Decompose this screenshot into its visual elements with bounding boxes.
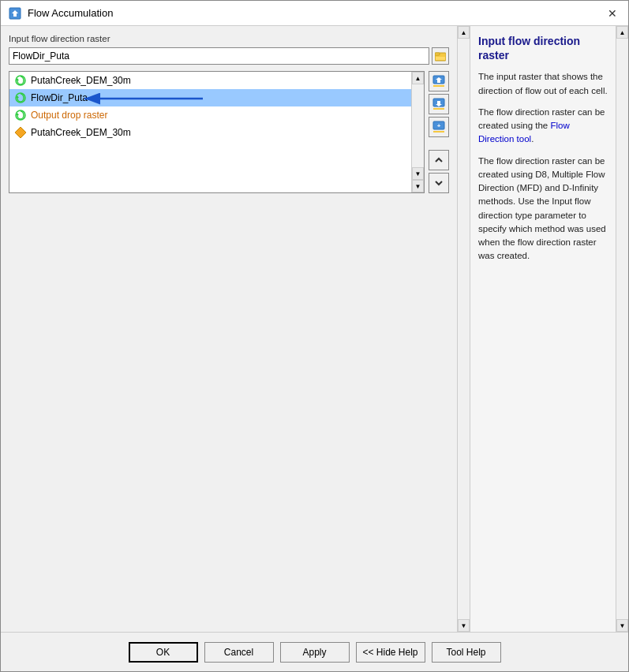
diamond-icon bbox=[14, 126, 27, 139]
list-item[interactable]: PutahCreek_DEM_30m bbox=[9, 72, 411, 89]
flow-direction-link[interactable]: Flow Direction tool bbox=[478, 121, 570, 144]
toolbar-btn-5[interactable] bbox=[429, 173, 449, 193]
list-item-text-selected: FlowDir_Puta bbox=[31, 92, 88, 103]
toolbar-btn-3[interactable]: + bbox=[429, 117, 449, 137]
right-panel-para-1: The input raster that shows the directio… bbox=[478, 70, 608, 98]
svg-rect-16 bbox=[433, 108, 444, 110]
raster-icon-1 bbox=[14, 74, 27, 87]
right-scroll-down[interactable]: ▼ bbox=[616, 619, 628, 632]
app-icon bbox=[9, 7, 21, 20]
input-label: Input flow direction raster bbox=[9, 34, 449, 43]
svg-text:+: + bbox=[437, 122, 441, 129]
chevron-down-icon bbox=[434, 178, 444, 188]
toolbar-icon-2 bbox=[432, 98, 445, 110]
toolbar-icon-3: + bbox=[432, 121, 445, 133]
middle-section: PutahCreek_DEM_30m FlowDir_Puta bbox=[9, 71, 449, 193]
footer: OK Cancel Apply << Hide Help Tool Help bbox=[1, 632, 628, 671]
scroll-down2[interactable]: ▼ bbox=[412, 180, 424, 192]
right-panel-para-3: The flow direction raster can be created… bbox=[478, 155, 608, 263]
dropdown-row: FlowDir_Puta bbox=[9, 47, 449, 65]
toolbar-btn-4[interactable] bbox=[429, 150, 449, 170]
left-panel: Input flow direction raster FlowDir_Puta bbox=[1, 26, 457, 632]
scroll-up[interactable]: ▲ bbox=[412, 72, 424, 84]
right-scroll-up[interactable]: ▲ bbox=[616, 26, 628, 39]
hide-help-button[interactable]: << Hide Help bbox=[356, 642, 425, 663]
dialog-title: Flow Accumulation bbox=[28, 7, 113, 19]
right-panel: Input flow direction raster The input ra… bbox=[470, 26, 616, 632]
list-item-putah2-text: PutahCreek_DEM_30m bbox=[31, 127, 131, 138]
main-content: Input flow direction raster FlowDir_Puta bbox=[1, 26, 628, 632]
toolbar-buttons: + bbox=[429, 71, 449, 193]
label-icon bbox=[14, 109, 27, 121]
right-panel-para-2: The flow direction raster can be created… bbox=[478, 106, 608, 147]
list-item-selected[interactable]: FlowDir_Puta bbox=[9, 89, 411, 106]
list-content: PutahCreek_DEM_30m FlowDir_Puta bbox=[9, 72, 411, 192]
right-panel-scrollbar: ▲ ▼ bbox=[616, 26, 628, 632]
list-with-scroll: PutahCreek_DEM_30m FlowDir_Puta bbox=[9, 71, 425, 193]
svg-marker-12 bbox=[15, 127, 26, 138]
scroll-down[interactable]: ▼ bbox=[412, 167, 424, 180]
list-scrollbar: ▲ ▼ ▼ bbox=[411, 72, 424, 192]
title-bar-left: Flow Accumulation bbox=[9, 7, 113, 20]
svg-rect-2 bbox=[435, 53, 440, 55]
right-panel-title: Input flow direction raster bbox=[478, 34, 608, 62]
toolbar-icon-1 bbox=[432, 75, 445, 88]
apply-button[interactable]: Apply bbox=[280, 642, 350, 663]
arrow-svg bbox=[80, 87, 207, 110]
dialog-window: Flow Accumulation ✕ Input flow direction… bbox=[0, 0, 629, 672]
tool-help-button[interactable]: Tool Help bbox=[432, 642, 501, 663]
left-scroll-up[interactable]: ▲ bbox=[458, 26, 470, 39]
ok-button[interactable]: OK bbox=[129, 642, 198, 663]
chevron-up-icon bbox=[434, 155, 444, 165]
toolbar-btn-2[interactable] bbox=[429, 94, 449, 114]
empty-area bbox=[9, 193, 449, 624]
raster-icon-2 bbox=[14, 91, 27, 104]
output-drop-raster-label: Output drop raster bbox=[31, 110, 107, 121]
toolbar-btn-1[interactable] bbox=[429, 71, 449, 91]
left-panel-scrollbar: ▲ ▼ bbox=[457, 26, 470, 632]
svg-rect-3 bbox=[436, 57, 445, 60]
close-button[interactable]: ✕ bbox=[605, 6, 620, 21]
cancel-button[interactable]: Cancel bbox=[204, 642, 274, 663]
svg-rect-19 bbox=[433, 131, 444, 133]
left-scroll-down[interactable]: ▼ bbox=[458, 619, 470, 632]
list-item-output-label[interactable]: Output drop raster bbox=[9, 106, 411, 124]
svg-rect-14 bbox=[433, 85, 444, 87]
list-item-text: PutahCreek_DEM_30m bbox=[31, 75, 131, 86]
dropdown-browse-btn[interactable] bbox=[432, 47, 449, 65]
input-dropdown[interactable]: FlowDir_Puta bbox=[9, 47, 429, 65]
title-bar: Flow Accumulation ✕ bbox=[1, 1, 628, 26]
list-item-putah2[interactable]: PutahCreek_DEM_30m bbox=[9, 124, 411, 141]
folder-icon bbox=[435, 50, 446, 62]
